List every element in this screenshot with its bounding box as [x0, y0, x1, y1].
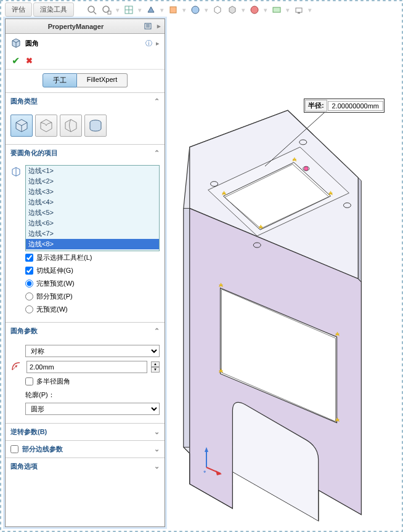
- tab-manual[interactable]: 手工: [43, 73, 77, 87]
- radio-full-preview[interactable]: [25, 280, 33, 288]
- edge-selection-icon: [10, 165, 22, 251]
- svg-point-7: [192, 6, 199, 14]
- type-face-fillet[interactable]: [60, 115, 82, 137]
- cancel-button[interactable]: ✖: [26, 56, 33, 65]
- pin-icon[interactable]: [144, 22, 153, 31]
- chk-multi-radius[interactable]: [25, 377, 33, 385]
- chevron-down-icon: ⌄: [154, 428, 160, 436]
- section-fillet-type[interactable]: 圆角类型⌃: [6, 93, 165, 110]
- chk-tangent[interactable]: [25, 267, 33, 275]
- zoom-fit-icon[interactable]: [86, 4, 97, 15]
- list-item[interactable]: 边线<4>: [26, 197, 159, 208]
- ok-button[interactable]: ✔: [12, 55, 20, 66]
- section-view-icon[interactable]: [168, 4, 179, 15]
- help-icon[interactable]: ⓘ: [145, 39, 152, 48]
- profile-select[interactable]: 圆形: [25, 403, 160, 415]
- symmetry-select[interactable]: 对称: [25, 345, 160, 357]
- svg-text:*: *: [203, 469, 206, 477]
- pm-title: PropertyManager: [9, 23, 142, 30]
- chevron-up-icon: ⌃: [154, 327, 160, 335]
- list-item[interactable]: 边线<6>: [26, 218, 159, 228]
- callout-value[interactable]: 2.00000000mm: [328, 101, 383, 111]
- section-reverse[interactable]: 逆转参数(B)⌄: [6, 424, 165, 440]
- svg-line-18: [265, 108, 330, 166]
- display-style-icon[interactable]: [145, 4, 157, 15]
- apply-scene-icon[interactable]: [271, 4, 282, 15]
- section-options[interactable]: 圆角选项⌄: [6, 458, 165, 475]
- property-manager-panel: PropertyManager ▸ 圆角 ⓘ ▸ ✔ ✖ 手工 FilletXp…: [5, 18, 165, 527]
- pm-menu-icon[interactable]: ▸: [157, 22, 161, 30]
- list-item[interactable]: 边线<3>: [26, 187, 159, 197]
- hide-show2-icon[interactable]: [227, 4, 238, 15]
- menu-render[interactable]: 渲染工具: [33, 2, 74, 17]
- list-item[interactable]: 边线<2>: [26, 176, 159, 187]
- type-full-round[interactable]: [84, 115, 107, 137]
- view-orient-icon[interactable]: [123, 4, 134, 15]
- pm-header: PropertyManager ▸: [6, 19, 165, 34]
- view-settings-icon[interactable]: [293, 4, 304, 15]
- svg-rect-9: [273, 7, 280, 12]
- zoom-area-icon[interactable]: [101, 4, 112, 15]
- section-items[interactable]: 要圆角化的项目⌃: [6, 145, 165, 161]
- radius-input[interactable]: [26, 361, 147, 373]
- menu-evaluate[interactable]: 评估: [5, 2, 32, 17]
- list-item[interactable]: 边线<5>: [26, 208, 159, 218]
- feature-title: 圆角: [25, 39, 142, 48]
- chevron-down-icon: ⌄: [154, 445, 160, 453]
- fillet-icon: [10, 38, 22, 49]
- origin-triad: *: [197, 446, 222, 477]
- svg-marker-22: [216, 470, 222, 475]
- svg-rect-10: [296, 8, 302, 12]
- help-menu-icon[interactable]: ▸: [156, 39, 160, 47]
- chk-show-toolbar[interactable]: [25, 254, 33, 262]
- type-variable-radius[interactable]: [35, 115, 57, 137]
- svg-marker-20: [205, 447, 208, 452]
- profile-label: 轮廓(P)：: [10, 388, 160, 401]
- view-toolbar: ▾ ▾ ▾ ▾ ▾ ▾ ▾ ▾ ▾: [86, 2, 397, 17]
- spin-down[interactable]: ▼: [151, 367, 160, 373]
- edge-selection-list[interactable]: 边线<1> 边线<2> 边线<3> 边线<4> 边线<5> 边线<6> 边线<7…: [25, 165, 160, 251]
- edit-appear-icon[interactable]: [249, 4, 260, 15]
- list-item[interactable]: 边线<8>: [26, 239, 159, 249]
- hide-show-icon[interactable]: [212, 4, 223, 15]
- svg-rect-11: [298, 12, 300, 14]
- chevron-down-icon: ⌄: [154, 462, 160, 470]
- chevron-up-icon: ⌃: [154, 97, 160, 105]
- radio-no-preview[interactable]: [25, 305, 33, 313]
- scene-icon[interactable]: [190, 4, 201, 15]
- type-constant-radius[interactable]: [10, 115, 33, 137]
- radius-icon: [10, 361, 23, 373]
- tab-filletxpert[interactable]: FilletXpert: [77, 73, 128, 87]
- section-params[interactable]: 圆角参数⌃: [6, 323, 165, 339]
- chk-partial-edge[interactable]: [10, 445, 18, 453]
- svg-point-8: [251, 6, 258, 14]
- radius-callout[interactable]: 半径: 2.00000000mm: [304, 99, 385, 113]
- spin-up[interactable]: ▲: [151, 361, 160, 367]
- chevron-up-icon: ⌃: [154, 149, 160, 157]
- list-item[interactable]: 边线<1>: [26, 166, 159, 176]
- section-partial-edge[interactable]: 部分边线参数⌄: [6, 441, 165, 457]
- list-item[interactable]: 边线<7>: [26, 228, 159, 239]
- radio-partial-preview[interactable]: [25, 292, 33, 300]
- callout-label: 半径:: [305, 100, 327, 111]
- svg-point-2: [88, 6, 94, 12]
- svg-rect-6: [170, 7, 176, 13]
